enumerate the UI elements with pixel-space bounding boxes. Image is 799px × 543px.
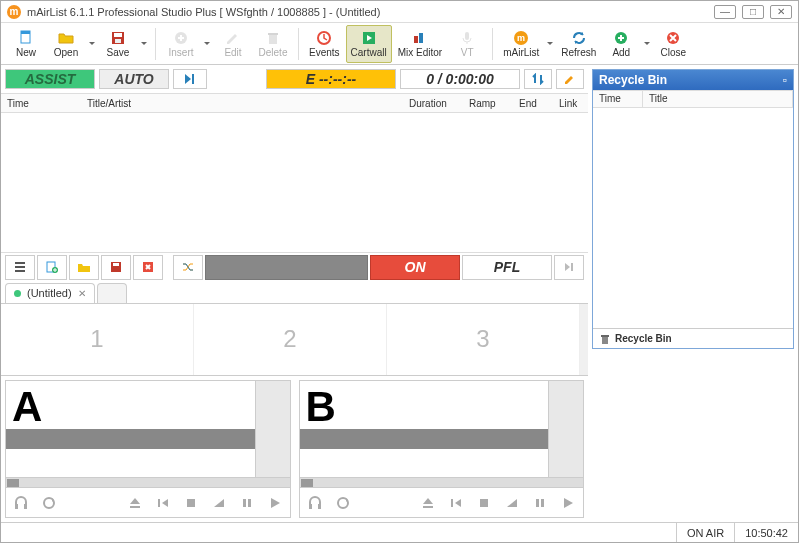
tab-untitled[interactable]: (Untitled) ✕ (5, 283, 95, 303)
col-link[interactable]: Link (553, 98, 588, 109)
skip-button[interactable] (554, 255, 584, 280)
pause-b-button[interactable] (529, 492, 551, 514)
headphones-a-button[interactable] (10, 492, 32, 514)
waveform-b[interactable]: B (300, 381, 549, 478)
shuffle-icon (181, 260, 195, 274)
pfl-button[interactable]: PFL (462, 255, 552, 280)
cart-slot-3[interactable]: 3 (387, 304, 580, 375)
svg-rect-11 (419, 33, 423, 43)
eject-a-button[interactable] (124, 492, 146, 514)
refresh-button[interactable]: Refresh (557, 25, 600, 63)
seek-a[interactable] (6, 477, 290, 487)
recycle-body[interactable] (593, 108, 793, 328)
shuffle-button[interactable] (173, 255, 203, 280)
file-plus-icon (45, 260, 59, 274)
recycle-close-icon[interactable]: ▫ (783, 73, 787, 87)
svg-rect-26 (130, 506, 140, 508)
svg-rect-34 (451, 499, 453, 507)
prev-b-button[interactable] (445, 492, 467, 514)
headphones-b-button[interactable] (304, 492, 326, 514)
delete-small-button[interactable] (133, 255, 163, 280)
loop-a-button[interactable] (38, 492, 60, 514)
skip-grey-icon (562, 260, 576, 274)
save-dropdown[interactable] (139, 25, 149, 63)
total-time: 0 / 0:00:00 (400, 69, 520, 89)
recycle-col-time[interactable]: Time (593, 91, 643, 107)
stop-b-button[interactable] (473, 492, 495, 514)
mairlist-dropdown[interactable] (545, 25, 555, 63)
col-title[interactable]: Title/Artist (81, 98, 403, 109)
play-a-button[interactable] (264, 492, 286, 514)
cart-slot-2[interactable]: 2 (194, 304, 387, 375)
edit-inline-button[interactable] (556, 69, 584, 89)
eject-icon (421, 496, 435, 510)
window-title: mAirList 6.1.1 Professional Studio Plus … (27, 6, 714, 18)
play-b-button[interactable] (557, 492, 579, 514)
fadeplay-b-button[interactable] (501, 492, 523, 514)
cart-scrollbar[interactable] (580, 304, 588, 375)
mairlist-button[interactable]: m mAirList (499, 25, 543, 63)
pencil-icon (225, 30, 241, 46)
folder-button[interactable] (69, 255, 99, 280)
cartwall-button[interactable]: Cartwall (346, 25, 392, 63)
toolbar-label: Edit (224, 47, 241, 58)
svg-rect-17 (192, 74, 194, 84)
playlist-body[interactable] (1, 113, 588, 252)
auto-button[interactable]: AUTO (99, 69, 169, 89)
separator (155, 28, 156, 60)
toolbar-label: Insert (168, 47, 193, 58)
edit-button[interactable]: Edit (214, 25, 252, 63)
col-duration[interactable]: Duration (403, 98, 463, 109)
add-button[interactable]: Add (602, 25, 640, 63)
mic-icon (459, 30, 475, 46)
save-small-button[interactable] (101, 255, 131, 280)
waveform-a[interactable]: A (6, 381, 255, 478)
prev-a-button[interactable] (152, 492, 174, 514)
col-ramp[interactable]: Ramp (463, 98, 513, 109)
assist-button[interactable]: ASSIST (5, 69, 95, 89)
new-button[interactable]: New (7, 25, 45, 63)
menu-button[interactable] (5, 255, 35, 280)
recycle-footer-label: Recycle Bin (615, 333, 672, 344)
next-track-button[interactable] (173, 69, 207, 89)
stop-a-button[interactable] (180, 492, 202, 514)
events-button[interactable]: Events (305, 25, 344, 63)
new-tab-button[interactable] (97, 283, 127, 303)
svg-rect-33 (423, 506, 433, 508)
close-button[interactable]: Close (654, 25, 692, 63)
toolbar-label: mAirList (503, 47, 539, 58)
insert-button[interactable]: Insert (162, 25, 200, 63)
fadeplay-a-button[interactable] (208, 492, 230, 514)
delete-button[interactable]: Delete (254, 25, 292, 63)
close-window-button[interactable]: ✕ (770, 5, 792, 19)
open-button[interactable]: Open (47, 25, 85, 63)
recycle-panel: Recycle Bin ▫ Time Title Recycle Bin (592, 69, 794, 349)
pause-icon (533, 496, 547, 510)
open-dropdown[interactable] (87, 25, 97, 63)
minimize-button[interactable]: — (714, 5, 736, 19)
recycle-col-title[interactable]: Title (643, 91, 793, 107)
file-add-button[interactable] (37, 255, 67, 280)
add-dropdown[interactable] (642, 25, 652, 63)
play-tri-icon (561, 496, 575, 510)
maximize-button[interactable]: □ (742, 5, 764, 19)
status-onair: ON AIR (676, 523, 734, 542)
headphones-icon (307, 495, 323, 511)
seek-b[interactable] (300, 477, 584, 487)
vt-button[interactable]: VT (448, 25, 486, 63)
insert-dropdown[interactable] (202, 25, 212, 63)
eject-b-button[interactable] (417, 492, 439, 514)
progress-bar[interactable] (205, 255, 368, 280)
loop-b-button[interactable] (332, 492, 354, 514)
status-dot-icon (14, 290, 21, 297)
svg-rect-24 (15, 504, 18, 509)
sort-button[interactable] (524, 69, 552, 89)
col-time[interactable]: Time (1, 98, 81, 109)
tab-close-icon[interactable]: ✕ (78, 288, 86, 299)
mixeditor-button[interactable]: Mix Editor (394, 25, 446, 63)
pause-a-button[interactable] (236, 492, 258, 514)
col-end[interactable]: End (513, 98, 553, 109)
save-button[interactable]: Save (99, 25, 137, 63)
on-button[interactable]: ON (370, 255, 460, 280)
cart-slot-1[interactable]: 1 (1, 304, 194, 375)
